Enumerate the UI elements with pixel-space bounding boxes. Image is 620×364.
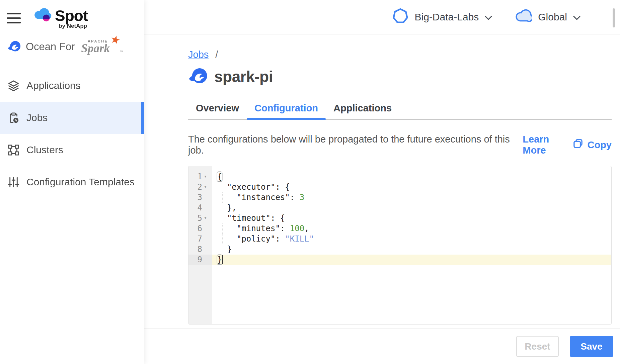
scope-name: Global (538, 11, 567, 23)
chevron-down-icon (573, 16, 580, 20)
code-line-8[interactable]: 8 } (188, 244, 611, 255)
job-wave-icon (188, 67, 208, 86)
page-scrollbar-thumb[interactable] (613, 8, 615, 27)
line-number: 4 (188, 203, 212, 213)
code-text[interactable]: "executor": { (212, 182, 611, 192)
sidebar-item-label: Configuration Templates (26, 176, 135, 188)
code-text[interactable]: } (212, 244, 611, 255)
product-prefix: Ocean For (26, 41, 75, 53)
code-text[interactable]: "policy": "KILL" (212, 234, 611, 244)
line-number: 6 (188, 223, 212, 234)
code-line-7[interactable]: 7 "policy": "KILL" (188, 234, 611, 244)
brand-name: Spot (55, 7, 88, 25)
main-content: Jobs / spark-pi Overview Configuration A… (144, 34, 620, 329)
sidebar: Spot by NetApp Ocean For APACHE Spark ★ … (0, 0, 144, 364)
scope-switcher[interactable]: Global (514, 9, 580, 26)
spot-logo: Spot by NetApp (32, 7, 88, 29)
org-switcher[interactable]: Big-Data-Labs (392, 8, 492, 27)
brand-byline: by NetApp (59, 23, 87, 29)
page-title: spark-pi (214, 68, 273, 86)
apache-spark-logo: APACHE Spark ★ ™ (81, 39, 117, 54)
learn-more-link[interactable]: Learn More (523, 134, 572, 156)
code-line-6[interactable]: 6 "minutes": 100, (188, 223, 611, 234)
code-text[interactable]: "minutes": 100, (212, 223, 611, 234)
org-name: Big-Data-Labs (415, 11, 479, 23)
layers-icon (7, 80, 20, 92)
code-line-9[interactable]: 9} (188, 255, 611, 265)
config-description: The configurations below will be propaga… (188, 134, 513, 156)
copy-icon (573, 139, 583, 151)
sidebar-item-jobs[interactable]: Jobs (0, 102, 144, 134)
config-section-header: The configurations below will be propaga… (188, 134, 612, 156)
line-number: 7 (188, 234, 212, 244)
line-number: 1▾ (188, 172, 212, 182)
sidebar-item-label: Clusters (26, 144, 63, 156)
chevron-down-icon (485, 16, 492, 20)
tab-configuration[interactable]: Configuration (247, 99, 326, 119)
spot-cloud-icon (32, 7, 52, 24)
hamburger-menu-icon[interactable] (7, 13, 21, 23)
copy-label: Copy (588, 140, 612, 151)
text-cursor (222, 255, 223, 264)
heptagon-icon (392, 8, 409, 27)
code-line-4[interactable]: 4 }, (188, 203, 611, 213)
spark-star-icon: ★ (109, 33, 122, 46)
product-logo: Ocean For APACHE Spark ★ ™ (7, 39, 117, 54)
code-line-1[interactable]: 1▾{ (188, 172, 611, 182)
code-text[interactable]: "instances": 3 (212, 192, 611, 203)
tab-bar: Overview Configuration Applications (188, 99, 612, 120)
fold-arrow-icon[interactable]: ▾ (204, 171, 207, 182)
save-button[interactable]: Save (570, 336, 613, 357)
line-number: 2▾ (188, 182, 212, 192)
breadcrumb-separator: / (215, 49, 218, 60)
fold-arrow-icon[interactable]: ▾ (204, 182, 207, 192)
tab-applications[interactable]: Applications (326, 99, 399, 119)
code-text[interactable]: }, (212, 203, 611, 213)
breadcrumb: Jobs / (188, 49, 612, 60)
app-window: Spot by NetApp Ocean For APACHE Spark ★ … (0, 0, 620, 364)
sidebar-item-configuration-templates[interactable]: Configuration Templates (0, 166, 144, 198)
footer-bar: Reset Save (144, 329, 620, 364)
code-editor-lines: 1▾{2▾ "executor": {3 "instances": 34 },5… (188, 166, 611, 265)
line-number: 8 (188, 244, 212, 255)
breadcrumb-jobs-link[interactable]: Jobs (188, 49, 209, 60)
header-divider (503, 8, 503, 26)
line-number: 9 (188, 255, 212, 265)
code-line-5[interactable]: 5▾ "timeout": { (188, 213, 611, 223)
ocean-wave-icon (7, 40, 21, 54)
cluster-nodes-icon (7, 144, 20, 156)
sidebar-item-applications[interactable]: Applications (0, 70, 144, 102)
app-header: Big-Data-Labs Global (144, 0, 620, 34)
code-line-3[interactable]: 3 "instances": 3 (188, 192, 611, 203)
code-editor[interactable]: 1▾{2▾ "executor": {3 "instances": 34 },5… (188, 166, 612, 325)
sidebar-nav: Applications Jobs (0, 70, 144, 198)
code-text[interactable]: { (212, 172, 611, 182)
clipboard-clock-icon (7, 112, 20, 124)
copy-button[interactable]: Copy (573, 139, 612, 151)
sidebar-item-label: Applications (26, 80, 81, 91)
code-text[interactable]: } (212, 255, 611, 265)
cloud-icon (514, 9, 532, 26)
tab-overview[interactable]: Overview (188, 99, 247, 119)
sidebar-item-clusters[interactable]: Clusters (0, 134, 144, 166)
reset-button[interactable]: Reset (516, 336, 559, 357)
fold-arrow-icon[interactable]: ▾ (204, 213, 207, 223)
line-number: 5▾ (188, 213, 212, 223)
code-text[interactable]: "timeout": { (212, 213, 611, 223)
spark-wordmark: Spark (81, 42, 110, 54)
page-title-row: spark-pi (188, 67, 612, 86)
sliders-icon (7, 176, 20, 188)
line-number: 3 (188, 192, 212, 203)
trademark: ™ (120, 50, 123, 54)
sidebar-item-label: Jobs (26, 112, 48, 123)
code-line-2[interactable]: 2▾ "executor": { (188, 182, 611, 192)
